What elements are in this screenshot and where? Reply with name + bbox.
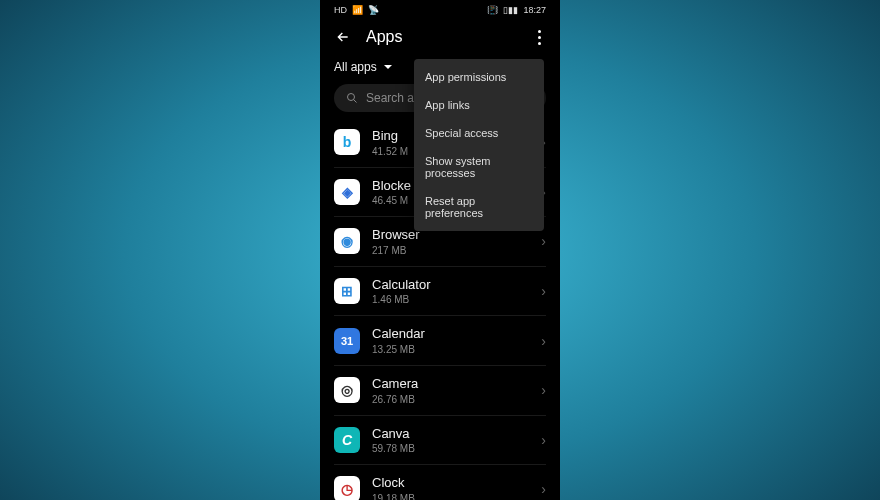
canva-icon: C <box>334 427 360 453</box>
phone-frame: HD 📶 📡 📳 ▯▮▮ 18:27 Apps All apps Search … <box>320 0 560 500</box>
status-time: 18:27 <box>523 5 546 15</box>
arrow-left-icon <box>335 29 351 45</box>
app-name: Camera <box>372 376 529 392</box>
app-row[interactable]: C Canva 59.78 MB › <box>334 416 546 466</box>
status-wifi-icon: 📡 <box>368 5 379 15</box>
more-options-button[interactable] <box>532 30 546 45</box>
svg-point-0 <box>348 94 355 101</box>
status-signal-icon: 📶 <box>352 5 363 15</box>
app-name: Clock <box>372 475 529 491</box>
app-row[interactable]: ◎ Camera 26.76 MB › <box>334 366 546 416</box>
blockchain-icon: ◈ <box>334 179 360 205</box>
app-name: Calendar <box>372 326 529 342</box>
app-row[interactable]: ◷ Clock 19.18 MB › <box>334 465 546 500</box>
menu-item[interactable]: Special access <box>414 119 544 147</box>
status-vibrate-icon: 📳 <box>487 5 498 15</box>
app-size: 26.76 MB <box>372 394 529 405</box>
browser-icon: ◉ <box>334 228 360 254</box>
app-size: 19.18 MB <box>372 493 529 500</box>
clock-icon: ◷ <box>334 476 360 500</box>
page-title: Apps <box>366 28 402 46</box>
app-info: Browser 217 MB <box>372 227 529 256</box>
chevron-right-icon: › <box>541 481 546 497</box>
calculator-icon: ⊞ <box>334 278 360 304</box>
app-size: 217 MB <box>372 245 529 256</box>
app-info: Canva 59.78 MB <box>372 426 529 455</box>
menu-item[interactable]: App links <box>414 91 544 119</box>
status-battery-icon: ▯▮▮ <box>503 5 518 15</box>
status-hd-icon: HD <box>334 5 347 15</box>
app-name: Calculator <box>372 277 529 293</box>
chevron-right-icon: › <box>541 283 546 299</box>
menu-item[interactable]: App permissions <box>414 63 544 91</box>
chevron-right-icon: › <box>541 432 546 448</box>
filter-label: All apps <box>334 60 377 74</box>
calendar-icon: 31 <box>334 328 360 354</box>
bing-icon: b <box>334 129 360 155</box>
search-placeholder: Search a <box>366 91 414 105</box>
menu-item[interactable]: Reset app preferences <box>414 187 544 227</box>
camera-icon: ◎ <box>334 377 360 403</box>
app-row[interactable]: ⊞ Calculator 1.46 MB › <box>334 267 546 317</box>
menu-item[interactable]: Show system processes <box>414 147 544 187</box>
status-bar: HD 📶 📡 📳 ▯▮▮ 18:27 <box>320 0 560 20</box>
chevron-right-icon: › <box>541 382 546 398</box>
header: Apps <box>320 20 560 56</box>
app-info: Calendar 13.25 MB <box>372 326 529 355</box>
chevron-right-icon: › <box>541 233 546 249</box>
app-info: Calculator 1.46 MB <box>372 277 529 306</box>
back-button[interactable] <box>334 28 352 46</box>
chevron-right-icon: › <box>541 333 546 349</box>
app-size: 1.46 MB <box>372 294 529 305</box>
chevron-down-icon <box>383 62 393 72</box>
app-size: 59.78 MB <box>372 443 529 454</box>
app-name: Canva <box>372 426 529 442</box>
app-size: 13.25 MB <box>372 344 529 355</box>
app-row[interactable]: 31 Calendar 13.25 MB › <box>334 316 546 366</box>
app-info: Camera 26.76 MB <box>372 376 529 405</box>
overflow-menu: App permissionsApp linksSpecial accessSh… <box>414 59 544 231</box>
search-icon <box>346 92 358 104</box>
app-info: Clock 19.18 MB <box>372 475 529 500</box>
